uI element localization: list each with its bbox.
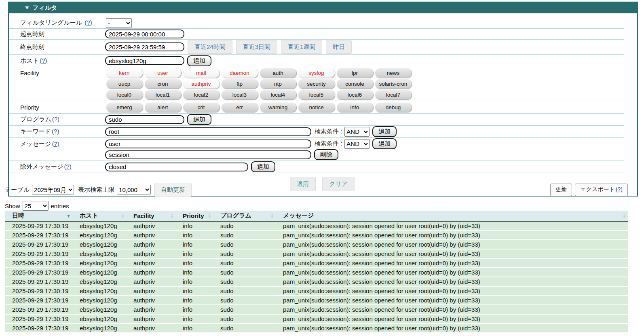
facility-pill[interactable]: security <box>298 79 335 89</box>
host-add-button[interactable]: 追加 <box>187 55 211 66</box>
cell-facility: authpriv <box>126 240 175 249</box>
priority-pill[interactable]: emerg <box>106 103 143 112</box>
facility-pill[interactable]: news <box>375 68 412 78</box>
table-row[interactable]: 2025-09-29 17:30:19 ebsyslog120g authpri… <box>5 305 628 314</box>
filter-row-priority: Priority emergalertcriterrwarningnoticei… <box>9 101 624 113</box>
rule-help-link[interactable]: (?) <box>84 19 92 26</box>
filter-row-exclude-message: 除外メッセージ(?) 追加 <box>9 161 624 173</box>
facility-pill[interactable]: kern <box>106 68 143 78</box>
export-button[interactable]: エクスポート(?) <box>575 184 628 196</box>
log-table-column-header[interactable]: プログラム <box>213 211 276 221</box>
facility-pill[interactable]: syslog <box>298 68 335 78</box>
table-row[interactable]: 2025-09-29 17:30:19 ebsyslog120g authpri… <box>5 221 628 230</box>
facility-pill[interactable]: authpriv <box>183 79 220 89</box>
export-help-link[interactable]: (?) <box>616 186 623 192</box>
facility-pill[interactable]: local0 <box>106 90 143 99</box>
priority-pill[interactable]: crit <box>183 103 220 112</box>
priority-pill[interactable]: debug <box>375 103 412 112</box>
facility-pill[interactable]: auth <box>260 68 296 78</box>
log-table-column-header[interactable]: Facility <box>126 211 175 221</box>
cell-program: sudo <box>213 268 276 277</box>
table-row[interactable]: 2025-09-29 17:30:19 ebsyslog120g authpri… <box>5 277 628 286</box>
priority-pill[interactable]: info <box>337 103 373 112</box>
keyword-condition-select[interactable]: AND <box>344 127 370 137</box>
facility-pill[interactable]: uucp <box>106 79 143 89</box>
cell-host: ebsyslog120g <box>72 314 126 323</box>
table-select[interactable]: 2025年09月 <box>32 185 74 194</box>
keyword-input[interactable] <box>105 127 311 136</box>
table-row[interactable]: 2025-09-29 17:30:19 ebsyslog120g authpri… <box>5 258 628 268</box>
priority-pill[interactable]: alert <box>145 103 181 112</box>
entries-select[interactable]: 25 <box>23 201 49 211</box>
table-row[interactable]: 2025-09-29 17:30:19 ebsyslog120g authpri… <box>5 240 628 249</box>
table-row[interactable]: 2025-09-29 17:30:19 ebsyslog120g authpri… <box>5 323 628 333</box>
host-input[interactable] <box>105 56 184 65</box>
limit-select[interactable]: 10,000 <box>117 185 151 194</box>
rule-select[interactable]: - <box>106 18 132 28</box>
facility-pill[interactable]: ntp <box>260 79 296 89</box>
cell-host: ebsyslog120g <box>72 240 126 249</box>
priority-pill[interactable]: err <box>222 103 258 112</box>
log-table-column-header[interactable]: Priority <box>175 211 213 221</box>
message-input[interactable] <box>105 139 311 148</box>
message-condition-select[interactable]: AND <box>344 139 370 149</box>
table-row[interactable]: 2025-09-29 17:30:19 ebsyslog120g authpri… <box>5 268 628 277</box>
program-help-link[interactable]: (?) <box>52 116 59 123</box>
end-time-input[interactable] <box>105 42 184 51</box>
cell-priority: info <box>175 258 213 268</box>
facility-pill[interactable]: user <box>145 68 181 78</box>
facility-pill[interactable]: local7 <box>375 90 412 99</box>
host-help-link[interactable]: (?) <box>40 57 47 64</box>
facility-pill[interactable]: local1 <box>145 90 181 99</box>
quick-range-button[interactable]: 直近24時間 <box>188 40 232 54</box>
message-delete-button[interactable]: 削除 <box>314 149 338 160</box>
quick-range-button[interactable]: 直近3日間 <box>236 40 277 54</box>
sort-arrows-icon <box>208 211 211 221</box>
cell-host: ebsyslog120g <box>72 277 126 286</box>
facility-pill[interactable]: lpr <box>337 68 373 78</box>
facility-pill[interactable]: local5 <box>298 90 335 99</box>
cell-datetime: 2025-09-29 17:30:19 <box>5 258 72 268</box>
priority-pill[interactable]: notice <box>298 103 335 112</box>
exclude-message-add-button[interactable]: 追加 <box>251 161 275 172</box>
keyword-add-button[interactable]: 追加 <box>372 126 397 137</box>
start-time-input[interactable] <box>105 30 184 38</box>
table-row[interactable]: 2025-09-29 17:30:19 ebsyslog120g authpri… <box>5 296 628 305</box>
table-row[interactable]: 2025-09-29 17:30:19 ebsyslog120g authpri… <box>5 230 628 240</box>
exclude-message-input[interactable] <box>105 163 248 171</box>
cell-program: sudo <box>213 286 276 296</box>
refresh-button[interactable]: 更新 <box>550 184 572 196</box>
program-add-button[interactable]: 追加 <box>187 114 211 125</box>
cell-message: pam_unix(sudo:session): session opened f… <box>276 305 628 314</box>
facility-pill[interactable]: ftp <box>222 79 258 89</box>
quick-range-button[interactable]: 直近1週間 <box>281 40 322 54</box>
facility-pill[interactable]: local6 <box>337 90 373 99</box>
cell-program: sudo <box>213 249 276 258</box>
cell-datetime: 2025-09-29 17:30:19 <box>5 323 72 333</box>
facility-pill[interactable]: local2 <box>183 90 220 99</box>
table-row[interactable]: 2025-09-29 17:30:19 ebsyslog120g authpri… <box>5 314 628 323</box>
table-row[interactable]: 2025-09-29 17:30:19 ebsyslog120g authpri… <box>5 249 628 258</box>
log-table-column-header[interactable]: メッセージ <box>276 211 628 221</box>
quick-range-button[interactable]: 昨日 <box>326 40 352 54</box>
program-input[interactable] <box>105 115 184 124</box>
log-table-column-header[interactable]: 日時 <box>5 211 72 221</box>
priority-pill[interactable]: warning <box>260 103 296 112</box>
priority-pill-row: emergalertcriterrwarningnoticeinfodebug <box>105 102 412 113</box>
facility-pill[interactable]: local3 <box>222 90 258 99</box>
facility-pill[interactable]: solaris-cron <box>375 79 412 89</box>
facility-pill[interactable]: mail <box>183 68 220 78</box>
facility-pill[interactable]: cron <box>145 79 181 89</box>
facility-pill[interactable]: local4 <box>260 90 296 99</box>
keyword-help-link[interactable]: (?) <box>52 128 59 135</box>
table-row[interactable]: 2025-09-29 17:30:19 ebsyslog120g authpri… <box>5 286 628 296</box>
filter-panel-header[interactable]: フィルタ <box>9 2 637 13</box>
message-extra-input[interactable] <box>105 150 311 159</box>
message-add-button[interactable]: 追加 <box>372 138 397 149</box>
auto-refresh-button[interactable]: 自動更新 <box>154 183 192 197</box>
message-help-link[interactable]: (?) <box>52 140 59 147</box>
facility-pill[interactable]: daemon <box>222 68 258 78</box>
exclude-message-help-link[interactable]: (?) <box>64 163 71 170</box>
log-table-column-header[interactable]: ホスト <box>72 211 126 221</box>
facility-pill[interactable]: console <box>337 79 373 89</box>
